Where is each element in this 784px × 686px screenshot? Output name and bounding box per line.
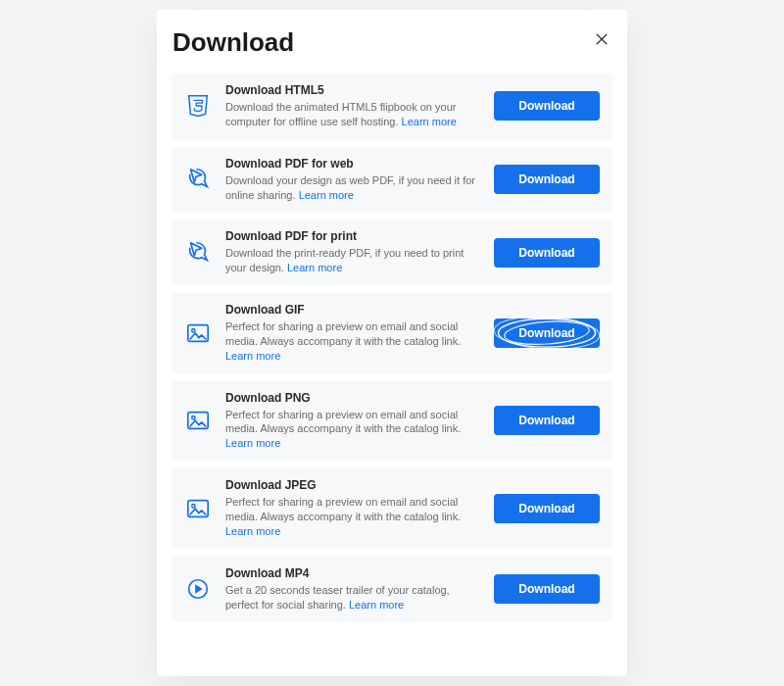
option-body: Download PDF for printDownload the print…: [225, 229, 480, 275]
download-option: Download HTML5Download the animated HTML…: [172, 74, 612, 139]
option-body: Download GIFPerfect for sharing a previe…: [225, 303, 480, 364]
option-title: Download JPEG: [225, 478, 480, 492]
option-title: Download PDF for print: [225, 229, 480, 243]
download-button[interactable]: Download: [494, 406, 600, 435]
option-action: Download: [494, 406, 600, 435]
download-option: Download PNGPerfect for sharing a previe…: [172, 381, 612, 462]
download-option: Download MP4Get a 20 seconds teaser trai…: [172, 557, 612, 622]
option-action: Download: [494, 238, 600, 268]
download-button[interactable]: Download: [494, 318, 600, 348]
option-title: Download PDF for web: [225, 157, 480, 171]
option-action: Download: [494, 91, 600, 121]
option-description-text: Get a 20 seconds teaser trailer of your …: [225, 584, 450, 611]
option-action: Download: [494, 494, 600, 523]
image-icon: [184, 319, 212, 347]
option-title: Download GIF: [225, 303, 480, 317]
learn-more-link[interactable]: Learn more: [299, 189, 354, 201]
option-description-text: Perfect for sharing a preview on email a…: [225, 409, 461, 435]
learn-more-link[interactable]: Learn more: [287, 262, 342, 273]
option-description-text: Perfect for sharing a preview on email a…: [225, 320, 461, 347]
learn-more-link[interactable]: Learn more: [225, 525, 280, 537]
option-description: Perfect for sharing a preview on email a…: [225, 495, 480, 539]
option-title: Download HTML5: [225, 83, 480, 97]
download-button[interactable]: Download: [494, 91, 600, 121]
pdf-icon: [184, 166, 212, 193]
option-description-text: Download the print-ready PDF, if you nee…: [225, 247, 464, 273]
html5-icon: [184, 92, 212, 120]
download-options-list: Download HTML5Download the animated HTML…: [172, 74, 612, 621]
option-title: Download MP4: [225, 566, 480, 580]
option-action: Download: [494, 574, 600, 604]
learn-more-link[interactable]: Learn more: [402, 116, 457, 127]
pdf-icon: [184, 239, 212, 267]
download-option: Download PDF for printDownload the print…: [172, 220, 612, 285]
close-icon: [594, 31, 610, 47]
option-description: Download the animated HTML5 flipbook on …: [225, 100, 480, 129]
option-description: Get a 20 seconds teaser trailer of your …: [225, 583, 480, 612]
option-title: Download PNG: [225, 391, 480, 405]
option-description: Download your design as web PDF, if you …: [225, 173, 480, 203]
option-description: Perfect for sharing a preview on email a…: [225, 319, 480, 364]
option-body: Download PNGPerfect for sharing a previe…: [225, 391, 480, 452]
option-description: Perfect for sharing a preview on email a…: [225, 408, 480, 452]
option-action: Download: [494, 165, 600, 194]
download-option: Download PDF for webDownload your design…: [172, 147, 612, 213]
option-action: Download: [494, 318, 600, 348]
download-button[interactable]: Download: [494, 165, 600, 194]
option-description-text: Perfect for sharing a preview on email a…: [225, 496, 461, 522]
close-button[interactable]: [592, 29, 612, 49]
image-icon: [184, 495, 212, 522]
option-body: Download JPEGPerfect for sharing a previ…: [225, 478, 480, 539]
download-button[interactable]: Download: [494, 574, 600, 604]
learn-more-link[interactable]: Learn more: [225, 350, 280, 362]
learn-more-link[interactable]: Learn more: [225, 437, 280, 449]
download-modal: Download Download HTML5Download the anim…: [157, 10, 627, 676]
option-body: Download HTML5Download the animated HTML…: [225, 83, 480, 129]
download-option: Download JPEGPerfect for sharing a previ…: [172, 468, 612, 549]
play-icon: [184, 575, 212, 603]
modal-title: Download: [172, 27, 294, 58]
download-option: Download GIFPerfect for sharing a previe…: [172, 293, 612, 373]
image-icon: [184, 407, 212, 434]
download-button[interactable]: Download: [494, 494, 600, 523]
option-body: Download PDF for webDownload your design…: [225, 157, 480, 203]
option-description: Download the print-ready PDF, if you nee…: [225, 246, 480, 275]
learn-more-link[interactable]: Learn more: [349, 599, 404, 611]
modal-header: Download: [172, 27, 612, 58]
option-body: Download MP4Get a 20 seconds teaser trai…: [225, 566, 480, 612]
download-button[interactable]: Download: [494, 238, 600, 268]
